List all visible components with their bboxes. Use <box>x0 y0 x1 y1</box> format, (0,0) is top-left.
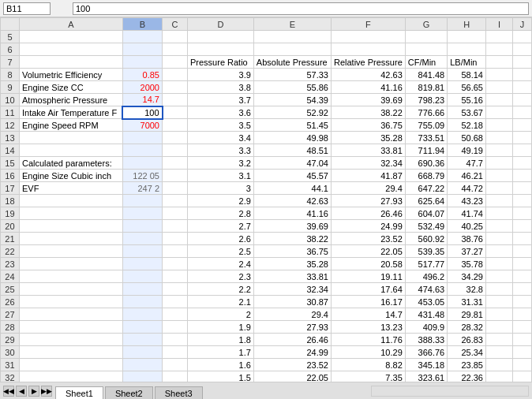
cell-g32[interactable]: 323.61 <box>405 371 447 382</box>
cell-d25[interactable]: 2.2 <box>187 283 253 296</box>
cell-e7[interactable]: Absolute Pressure <box>253 56 331 69</box>
cell-f30[interactable]: 10.29 <box>331 346 405 359</box>
cell-a25[interactable] <box>19 283 122 296</box>
cell-h13[interactable]: 50.68 <box>448 132 486 144</box>
cell-c31[interactable] <box>163 359 188 371</box>
cell-i9[interactable] <box>485 81 512 94</box>
cell-j23[interactable] <box>512 258 531 270</box>
cell-e14[interactable]: 48.51 <box>253 144 331 157</box>
cell-j15[interactable] <box>512 157 531 170</box>
cell-h25[interactable]: 32.8 <box>448 283 486 296</box>
row-header-29[interactable]: 29 <box>1 334 20 346</box>
cell-d29[interactable]: 1.8 <box>187 334 253 346</box>
cell-e27[interactable]: 29.4 <box>253 308 331 321</box>
cell-e6[interactable] <box>253 43 331 56</box>
cell-c28[interactable] <box>163 321 188 334</box>
cell-j27[interactable] <box>512 308 531 321</box>
cell-d30[interactable]: 1.7 <box>187 346 253 359</box>
cell-e29[interactable]: 26.46 <box>253 334 331 346</box>
cell-a24[interactable] <box>19 270 122 283</box>
cell-a22[interactable] <box>19 245 122 258</box>
cell-a11[interactable]: Intake Air Temperature F <box>19 106 122 119</box>
cell-d10[interactable]: 3.7 <box>187 94 253 106</box>
cell-h26[interactable]: 31.31 <box>448 296 486 308</box>
cell-j12[interactable] <box>512 119 531 132</box>
cell-b9[interactable]: 2000 <box>122 81 162 94</box>
cell-a6[interactable] <box>19 43 122 56</box>
cell-a10[interactable]: Atmospheric Pressure <box>19 94 122 106</box>
cell-h8[interactable]: 58.14 <box>448 69 486 81</box>
cell-f6[interactable] <box>331 43 405 56</box>
row-header-26[interactable]: 26 <box>1 296 20 308</box>
cell-a18[interactable] <box>19 195 122 207</box>
cell-j28[interactable] <box>512 321 531 334</box>
cell-b26[interactable] <box>122 296 162 308</box>
cell-j32[interactable] <box>512 371 531 382</box>
cell-e22[interactable]: 36.75 <box>253 245 331 258</box>
cell-g19[interactable]: 604.07 <box>405 207 447 220</box>
cell-h23[interactable]: 35.78 <box>448 258 486 270</box>
cell-c23[interactable] <box>163 258 188 270</box>
cell-g27[interactable]: 431.48 <box>405 308 447 321</box>
cell-b29[interactable] <box>122 334 162 346</box>
cell-h20[interactable]: 40.25 <box>448 220 486 233</box>
cell-f22[interactable]: 22.05 <box>331 245 405 258</box>
cell-e21[interactable]: 38.22 <box>253 233 331 245</box>
cell-e5[interactable] <box>253 31 331 43</box>
cell-a21[interactable] <box>19 233 122 245</box>
cell-h21[interactable]: 38.76 <box>448 233 486 245</box>
tab-nav-next[interactable]: ▶ <box>28 386 39 397</box>
row-header-17[interactable]: 17 <box>1 182 20 195</box>
cell-c17[interactable] <box>163 182 188 195</box>
cell-i28[interactable] <box>485 321 512 334</box>
row-header-11[interactable]: 11 <box>1 106 20 119</box>
cell-e32[interactable]: 22.05 <box>253 371 331 382</box>
cell-h18[interactable]: 43.23 <box>448 195 486 207</box>
cell-j31[interactable] <box>512 359 531 371</box>
formula-input[interactable] <box>73 2 529 15</box>
cell-b19[interactable] <box>122 207 162 220</box>
cell-i29[interactable] <box>485 334 512 346</box>
cell-i24[interactable] <box>485 270 512 283</box>
cell-h17[interactable]: 44.72 <box>448 182 486 195</box>
cell-d16[interactable]: 3.1 <box>187 170 253 182</box>
row-header-24[interactable]: 24 <box>1 270 20 283</box>
cell-f7[interactable]: Relative Pressure <box>331 56 405 69</box>
cell-d26[interactable]: 2.1 <box>187 296 253 308</box>
cell-h15[interactable]: 47.7 <box>448 157 486 170</box>
cell-a8[interactable]: Volumetric Efficiency <box>19 69 122 81</box>
cell-g26[interactable]: 453.05 <box>405 296 447 308</box>
cell-i23[interactable] <box>485 258 512 270</box>
cell-b11[interactable]: 100 <box>122 106 162 119</box>
cell-c7[interactable] <box>163 56 188 69</box>
cell-d19[interactable]: 2.8 <box>187 207 253 220</box>
cell-f13[interactable]: 35.28 <box>331 132 405 144</box>
cell-b15[interactable] <box>122 157 162 170</box>
cell-d18[interactable]: 2.9 <box>187 195 253 207</box>
cell-g10[interactable]: 798.23 <box>405 94 447 106</box>
col-header-h[interactable]: H <box>448 18 486 31</box>
cell-e12[interactable]: 51.45 <box>253 119 331 132</box>
cell-c21[interactable] <box>163 233 188 245</box>
cell-f17[interactable]: 29.4 <box>331 182 405 195</box>
cell-e15[interactable]: 47.04 <box>253 157 331 170</box>
cell-j22[interactable] <box>512 245 531 258</box>
cell-i32[interactable] <box>485 371 512 382</box>
cell-d14[interactable]: 3.3 <box>187 144 253 157</box>
cell-f9[interactable]: 41.16 <box>331 81 405 94</box>
row-header-27[interactable]: 27 <box>1 308 20 321</box>
cell-c15[interactable] <box>163 157 188 170</box>
cell-d32[interactable]: 1.5 <box>187 371 253 382</box>
cell-c13[interactable] <box>163 132 188 144</box>
cell-b22[interactable] <box>122 245 162 258</box>
cell-a29[interactable] <box>19 334 122 346</box>
cell-e16[interactable]: 45.57 <box>253 170 331 182</box>
cell-e20[interactable]: 39.69 <box>253 220 331 233</box>
row-header-7[interactable]: 7 <box>1 56 20 69</box>
cell-j21[interactable] <box>512 233 531 245</box>
cell-b5[interactable] <box>122 31 162 43</box>
cell-c11[interactable] <box>163 106 188 119</box>
cell-e17[interactable]: 44.1 <box>253 182 331 195</box>
row-header-19[interactable]: 19 <box>1 207 20 220</box>
cell-f8[interactable]: 42.63 <box>331 69 405 81</box>
